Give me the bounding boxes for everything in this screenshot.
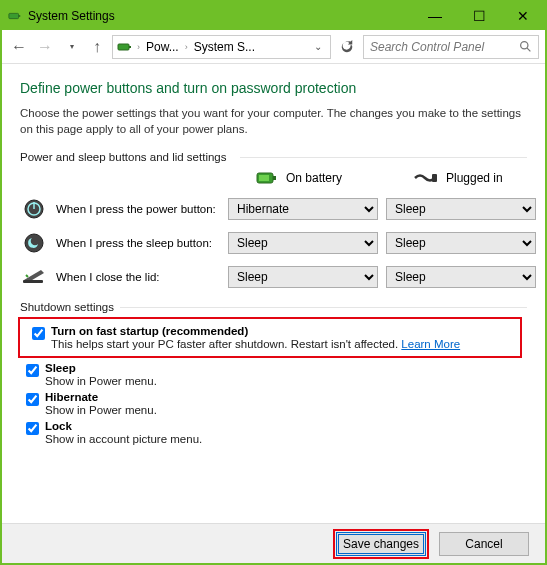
breadcrumb-item[interactable]: Pow...	[144, 40, 181, 54]
close-button[interactable]: ✕	[501, 2, 545, 30]
svg-rect-2	[118, 44, 129, 50]
sleep-icon	[23, 232, 45, 254]
hibernate-checkbox[interactable]	[26, 393, 39, 406]
svg-point-4	[521, 42, 528, 49]
sleep-label: Sleep	[45, 362, 76, 374]
plug-icon	[414, 171, 438, 185]
laptop-icon	[21, 267, 47, 287]
refresh-button[interactable]	[335, 35, 359, 59]
navigation-bar: ← → ▾ ↑ › Pow... › System S... ⌄ Search …	[2, 30, 545, 64]
column-header-plugged: Plugged in	[386, 171, 536, 185]
column-label: Plugged in	[446, 171, 503, 185]
window-titlebar: System Settings — ☐ ✕	[2, 2, 545, 30]
power-icon	[23, 198, 45, 220]
maximize-button[interactable]: ☐	[457, 2, 501, 30]
fast-startup-label: Turn on fast startup (recommended)	[51, 325, 248, 337]
checkbox-row-hibernate: Hibernate Show in Power menu.	[20, 389, 527, 418]
cancel-button[interactable]: Cancel	[439, 532, 529, 556]
svg-rect-3	[129, 46, 131, 48]
window-title: System Settings	[28, 9, 413, 23]
battery-icon	[8, 9, 22, 23]
close-lid-plugged-select[interactable]: Sleep	[386, 266, 536, 288]
row-label: When I press the sleep button:	[56, 236, 212, 250]
footer-bar: Save changes Cancel	[2, 523, 545, 563]
svg-rect-8	[259, 175, 269, 181]
breadcrumb-item[interactable]: System S...	[192, 40, 257, 54]
chevron-right-icon: ›	[183, 42, 190, 52]
hibernate-label: Hibernate	[45, 391, 98, 403]
row-label: When I press the power button:	[56, 202, 216, 216]
forward-button[interactable]: →	[34, 36, 56, 58]
search-input[interactable]: Search Control Panel	[363, 35, 539, 59]
search-icon	[519, 40, 532, 53]
sleep-button-battery-select[interactable]: Sleep	[228, 232, 378, 254]
close-lid-battery-select[interactable]: Sleep	[228, 266, 378, 288]
row-sleep-button: When I press the sleep button:	[20, 231, 220, 255]
page-title: Define power buttons and turn on passwor…	[20, 80, 527, 96]
fast-startup-desc: This helps start your PC faster after sh…	[51, 338, 398, 350]
checkbox-row-sleep: Sleep Show in Power menu.	[20, 360, 527, 389]
fast-startup-checkbox[interactable]	[32, 327, 45, 340]
breadcrumb[interactable]: › Pow... › System S... ⌄	[112, 35, 331, 59]
battery-icon	[117, 39, 133, 55]
hibernate-desc: Show in Power menu.	[45, 404, 157, 416]
svg-rect-14	[23, 280, 43, 283]
highlight-save-button: Save changes	[333, 529, 429, 559]
sleep-checkbox[interactable]	[26, 364, 39, 377]
lock-checkbox[interactable]	[26, 422, 39, 435]
row-label: When I close the lid:	[56, 270, 160, 284]
svg-rect-7	[273, 176, 276, 180]
history-dropdown[interactable]: ▾	[60, 36, 82, 58]
row-power-button: When I press the power button:	[20, 197, 220, 221]
section-title-buttons-lid: Power and sleep buttons and lid settings	[20, 151, 527, 163]
minimize-button[interactable]: —	[413, 2, 457, 30]
content-area: Define power buttons and turn on passwor…	[2, 64, 545, 523]
shutdown-settings: Turn on fast startup (recommended) This …	[20, 317, 527, 447]
section-title-shutdown: Shutdown settings	[20, 301, 527, 313]
refresh-icon	[340, 40, 354, 54]
row-close-lid: When I close the lid:	[20, 265, 220, 289]
breadcrumb-dropdown[interactable]: ⌄	[310, 41, 326, 52]
svg-rect-9	[432, 174, 437, 182]
battery-icon	[256, 169, 278, 187]
lock-desc: Show in account picture menu.	[45, 433, 202, 445]
sleep-button-plugged-select[interactable]: Sleep	[386, 232, 536, 254]
svg-rect-1	[19, 15, 21, 17]
learn-more-link[interactable]: Learn More	[401, 338, 460, 350]
power-button-plugged-select[interactable]: Sleep	[386, 198, 536, 220]
back-button[interactable]: ←	[8, 36, 30, 58]
up-button[interactable]: ↑	[86, 36, 108, 58]
svg-point-13	[25, 234, 43, 252]
svg-rect-0	[9, 13, 19, 18]
save-changes-button[interactable]: Save changes	[336, 532, 426, 556]
power-settings-grid: On battery Plugged in When I press the p…	[20, 169, 527, 289]
checkbox-row-fast-startup: Turn on fast startup (recommended) This …	[26, 323, 514, 352]
sleep-desc: Show in Power menu.	[45, 375, 157, 387]
highlight-fast-startup: Turn on fast startup (recommended) This …	[18, 317, 522, 358]
checkbox-row-lock: Lock Show in account picture menu.	[20, 418, 527, 447]
column-label: On battery	[286, 171, 342, 185]
svg-line-5	[527, 48, 530, 51]
lock-label: Lock	[45, 420, 72, 432]
chevron-right-icon: ›	[135, 42, 142, 52]
page-description: Choose the power settings that you want …	[20, 106, 527, 137]
column-header-battery: On battery	[228, 169, 378, 187]
power-button-battery-select[interactable]: Hibernate	[228, 198, 378, 220]
search-placeholder: Search Control Panel	[370, 40, 484, 54]
